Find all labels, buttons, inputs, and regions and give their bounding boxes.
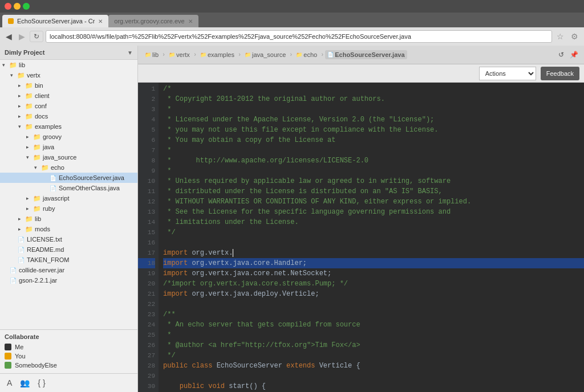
back-button[interactable]: ◀ [3, 31, 14, 42]
tree-item[interactable]: ▾📁echo [0, 162, 137, 173]
tree-item[interactable]: ▸📁bin [0, 80, 137, 91]
feedback-button[interactable]: Feedback [541, 67, 579, 80]
actions-select[interactable]: Actions [479, 67, 536, 80]
code-line: * An echo server that gets compiled from… [163, 320, 584, 330]
tree-item[interactable]: ▸📁javascript [0, 193, 137, 203]
forward-button[interactable]: ▶ [17, 31, 27, 42]
tree-item[interactable]: ▸📁docs [0, 111, 137, 121]
pin-button[interactable]: 📌 [569, 50, 579, 60]
tree-item[interactable]: ▾📁lib [0, 60, 137, 70]
line-number: 22 [138, 299, 155, 309]
close-button[interactable] [5, 3, 11, 10]
tree-item[interactable]: ▸📁client [0, 91, 137, 101]
tree-item[interactable]: 📄LICENSE.txt [0, 234, 137, 244]
maximize-button[interactable] [23, 3, 30, 10]
line-number: 24 [138, 320, 155, 330]
tree-item[interactable]: ▾📁examples [0, 121, 137, 132]
actions-toolbar: Actions Feedback [138, 64, 584, 83]
refresh-button[interactable]: ↻ [30, 31, 43, 42]
line-number: 27 [138, 350, 155, 361]
breadcrumb-item[interactable]: 📁echo [294, 50, 319, 59]
breadcrumb-bar: 📁lib › 📁vertx › 📁examples › 📁java_source… [138, 46, 553, 64]
font-button[interactable]: A [5, 377, 14, 389]
code-button[interactable]: { } [35, 377, 47, 389]
code-line: import org.vertx.java.core.Handler; [163, 258, 584, 268]
code-line: * Unless required by applicable law or a… [163, 176, 584, 186]
comment-text: * @author <a href="http://tfox.org">Tim … [163, 340, 360, 350]
tree-item[interactable]: ▸📁conf [0, 101, 137, 111]
comment-text: * [163, 166, 171, 176]
breadcrumb-item[interactable]: 📁vertx [167, 50, 192, 59]
tab-close-1[interactable]: ✕ [98, 18, 103, 24]
tree-item[interactable]: 📄SomeOtherClass.java [0, 183, 137, 193]
user-color-dot [5, 344, 11, 350]
line-number: 17 [138, 248, 155, 258]
sidebar-header: Dimly Project ▼ [0, 46, 137, 60]
tab-close-2[interactable]: ✕ [188, 18, 193, 24]
tree-item[interactable]: ▸📁ruby [0, 203, 137, 214]
tree-item[interactable]: ▸📁groovy [0, 132, 137, 142]
tree-item[interactable]: ▾📁java_source [0, 152, 137, 162]
minimize-button[interactable] [14, 3, 21, 10]
code-editor[interactable]: 1234567891011121314151617181920212223242… [138, 83, 584, 392]
history-button[interactable]: ↺ [557, 50, 565, 60]
keyword-import: import [163, 268, 188, 279]
line-number: 25 [138, 330, 155, 340]
breadcrumb-item[interactable]: 📁lib [143, 50, 161, 59]
user-label: You [15, 353, 26, 360]
settings-button[interactable]: ⚙ [569, 31, 581, 42]
tab-icon-1 [8, 18, 14, 24]
keyword-public-class: public class [163, 361, 217, 371]
code-line: * limitations under the License. [163, 217, 584, 227]
breadcrumb-item[interactable]: 📁java_source [242, 50, 288, 59]
tree-item[interactable]: 📄gson-2.2.1.jar [0, 275, 137, 285]
code-line [163, 238, 584, 248]
tree-item[interactable]: 📄collide-server.jar [0, 265, 137, 275]
bookmark-button[interactable]: ☆ [554, 31, 566, 42]
address-bar[interactable] [46, 30, 552, 43]
browser-toolbar: ◀ ▶ ↻ ☆ ⚙ [0, 27, 584, 46]
code-line: /** [163, 309, 584, 320]
breadcrumb-separator: › [289, 52, 293, 58]
breadcrumb-separator: › [321, 52, 324, 58]
tree-item[interactable]: ▸📁mods [0, 224, 137, 234]
comment-text: * WITHOUT WARRANTIES OR CONDITIONS OF AN… [163, 197, 471, 207]
line-number: 1 [138, 84, 155, 94]
user-label: Me [15, 344, 23, 350]
sidebar-tree: ▾📁lib▾📁vertx▸📁bin▸📁client▸📁conf▸📁docs▾📁e… [0, 60, 137, 329]
code-line: * [163, 104, 584, 115]
code-line: * See the License for the specific langu… [163, 207, 584, 217]
folder-icon: 📁 [200, 52, 206, 58]
tree-item[interactable]: 📄README.md [0, 244, 137, 255]
keyword-import: import [163, 248, 188, 258]
comment-text: */ [163, 227, 176, 238]
tree-item[interactable]: ▾📁vertx [0, 70, 137, 80]
code-line: * Copyright 2011-2012 the original autho… [163, 94, 584, 104]
line-number: 30 [138, 381, 155, 391]
code-line: * WITHOUT WARRANTIES OR CONDITIONS OF AN… [163, 197, 584, 207]
users-button[interactable]: 👥 [18, 377, 32, 389]
breadcrumb-item[interactable]: 📄EchoSourceServer.java [325, 50, 407, 59]
project-title: Dimly Project [5, 49, 44, 56]
folder-icon: 📁 [296, 52, 302, 58]
breadcrumb-item[interactable]: 📁examples [198, 50, 237, 59]
user-label: SomebodyElse [15, 362, 57, 369]
breadcrumb-label: echo [303, 51, 317, 58]
code-line: public void start() { [163, 381, 584, 391]
comment-text: * You may obtain a copy of the License a… [163, 135, 335, 145]
line-number: 29 [138, 371, 155, 381]
tree-item[interactable]: 📄TAKEN_FROM [0, 255, 137, 265]
tab-1[interactable]: EchoSourceServer.java - Cr ✕ [2, 15, 108, 27]
tab-2[interactable]: org.vertx.groovy.core.eve ✕ [108, 15, 198, 27]
line-number: 10 [138, 176, 155, 186]
code-line: * distributed under the License is distr… [163, 186, 584, 197]
tree-item[interactable]: 📄EchoSourceServer.java [0, 173, 137, 183]
tree-item[interactable]: ▸📁java [0, 142, 137, 152]
keyword-extends: extends [286, 361, 319, 371]
tree-item[interactable]: ▸📁lib [0, 214, 137, 224]
comment-text: * [163, 330, 171, 340]
code-content[interactable]: /* * Copyright 2011-2012 the original au… [159, 83, 584, 392]
line-number: 21 [138, 289, 155, 299]
window-controls [5, 3, 30, 10]
line-number: 7 [138, 145, 155, 156]
